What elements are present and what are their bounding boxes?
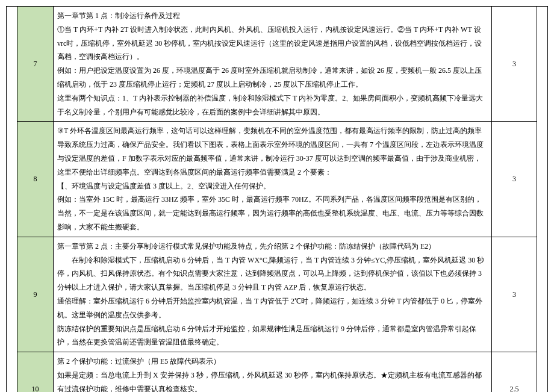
content-paragraph: 这里有两个知识点：1、T 内补表示控制器的补偿温度，制冷和除湿模式下 T 内补为… <box>57 92 488 119</box>
content-paragraph: 例如：用户把设定温度设置为 26 度，环境温度高于 26 度时室外压缩机就启动制… <box>57 64 488 92</box>
table-row: 8 ③T 外环各温度区间最高运行频率，这句话可以这样理解，变频机在不同的室外温度… <box>7 122 548 237</box>
row-score: 3 <box>492 237 537 352</box>
row-score: 2.5 <box>492 352 537 392</box>
row-content: 第一章节第 1 点：制冷运行条件及过程 ①当 T 内环+T 内补 2T 设时进入… <box>54 7 492 122</box>
row-number: 10 <box>17 352 54 392</box>
row-number: 9 <box>17 237 54 352</box>
row-number: 7 <box>17 7 54 122</box>
content-paragraph: 例如：当室外 15C 时，最高运行 33HZ 频率，室外 35C 时，最高运行频… <box>57 193 488 234</box>
left-margin-cell <box>7 7 17 393</box>
table-row: 10 第 2 个保护功能：过流保护（用 E5 故障代码表示） 如果是定频：当总电… <box>7 352 548 392</box>
right-margin-cell <box>537 7 548 393</box>
row-content: 第 2 个保护功能：过流保护（用 E5 故障代码表示） 如果是定频：当总电流上升… <box>54 352 492 392</box>
content-paragraph: 防冻结保护的重要知识点是压缩机启动 6 分钟后才开始监控，如果规律性满足压缩机运… <box>57 322 488 350</box>
row-number: 8 <box>17 122 54 237</box>
content-paragraph: 第 2 个保护功能：过流保护（用 E5 故障代码表示） <box>57 355 488 369</box>
content-paragraph: 在制冷和除湿模式下，压缩机启动 6 分钟后，当 T 内管 WX°C,降频运行，当… <box>57 254 488 294</box>
content-paragraph: 【、环境温度与设定温度差值 3 度以上。2、空调没进入任何保护。 <box>57 179 488 193</box>
table-row: 9 第一章节第 2 点：主要分享制冷运行模式常见保护功能及特点，先介绍第 2 个… <box>7 237 548 352</box>
content-paragraph: 第一章节第 1 点：制冷运行条件及过程 <box>57 9 488 23</box>
knowledge-table: 7 第一章节第 1 点：制冷运行条件及过程 ①当 T 内环+T 内补 2T 设时… <box>6 6 548 392</box>
content-paragraph: 第一章节第 2 点：主要分享制冷运行模式常见保护功能及特点，先介绍第 2 个保护… <box>57 240 488 254</box>
content-paragraph: ③T 外环各温度区间最高运行频率，这句话可以这样理解，变频机在不同的室外温度范围… <box>57 124 488 179</box>
content-paragraph: 如果是定频：当总电流上升到 X 安并保持 3 秒，停压缩机，外风机延迟 30 秒… <box>57 369 488 392</box>
table-row: 7 第一章节第 1 点：制冷运行条件及过程 ①当 T 内环+T 内补 2T 设时… <box>7 7 548 122</box>
row-score: 3 <box>492 7 537 122</box>
row-score: 3 <box>492 122 537 237</box>
content-paragraph: ①当 T 内环+T 内补 2T 设时进入制冷状态，此时内风机、外风机、压缩机投入… <box>57 23 488 64</box>
row-content: ③T 外环各温度区间最高运行频率，这句话可以这样理解，变频机在不同的室外温度范围… <box>54 122 492 237</box>
row-content: 第一章节第 2 点：主要分享制冷运行模式常见保护功能及特点，先介绍第 2 个保护… <box>54 237 492 352</box>
content-paragraph: 通俗理解：室外压缩机运行 6 分钟后开始监控室内机管温，当 T 内管低于 2℃时… <box>57 294 488 322</box>
